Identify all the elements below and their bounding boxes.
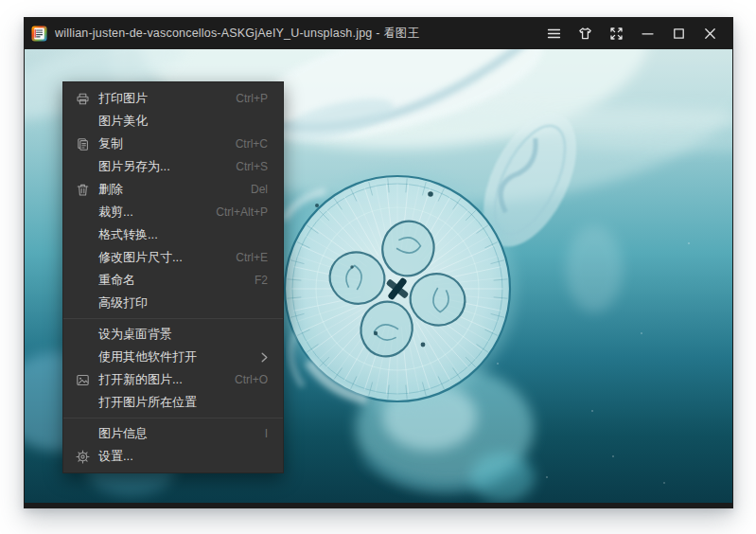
- maximize-button[interactable]: [663, 17, 694, 49]
- menu-item-label: 设为桌面背景: [98, 326, 268, 343]
- screenshot-root: { "titlebar": { "title": "willian-justen…: [0, 0, 756, 534]
- menu-item[interactable]: 图片另存为...Ctrl+S: [63, 155, 283, 178]
- menu-item-icon-spacer: [76, 350, 91, 365]
- app-icon: [31, 26, 47, 42]
- menu-item[interactable]: 裁剪...Ctrl+Alt+P: [63, 201, 283, 223]
- menu-item-label: 图片美化: [98, 113, 268, 130]
- menu-item-label: 打印图片: [98, 90, 224, 107]
- menu-item[interactable]: 图片信息I: [63, 422, 283, 445]
- menu-item[interactable]: 打印图片Ctrl+P: [63, 87, 283, 110]
- menu-item-shortcut: Del: [251, 183, 268, 196]
- menu-separator: [63, 318, 283, 319]
- menu-item-label: 高级打印: [98, 294, 268, 312]
- menu-item[interactable]: 设为桌面背景: [63, 323, 283, 346]
- image-icon: [76, 373, 91, 387]
- menu-item-icon-spacer: [76, 274, 91, 288]
- copy-icon: [76, 137, 91, 151]
- menu-item-shortcut: Ctrl+Alt+P: [216, 205, 268, 219]
- printer-icon: [76, 92, 91, 106]
- close-button[interactable]: [694, 17, 726, 49]
- menu-item-shortcut: F2: [255, 274, 268, 287]
- menu-item[interactable]: 设置...: [63, 445, 283, 468]
- menu-item-shortcut: I: [265, 427, 268, 440]
- skin-icon: [578, 27, 592, 41]
- menu-item-shortcut: Ctrl+C: [236, 137, 268, 151]
- menu-item-icon-spacer: [76, 160, 91, 174]
- close-icon: [703, 27, 717, 41]
- menu-item-label: 复制: [98, 135, 224, 152]
- menu-item[interactable]: 复制Ctrl+C: [63, 133, 283, 155]
- minimize-icon: [641, 27, 655, 41]
- menu-item-shortcut: Ctrl+P: [236, 92, 268, 105]
- menu-item-label: 使用其他软件打开: [98, 348, 250, 365]
- window-title: willian-justen-de-vasconcellos-ASKGjAeIY…: [55, 26, 538, 42]
- menu-item-label: 打开新的图片...: [98, 371, 223, 388]
- context-menu: 打印图片Ctrl+P图片美化复制Ctrl+C图片另存为...Ctrl+S删除De…: [62, 81, 284, 473]
- menu-item-icon-spacer: [76, 228, 91, 242]
- menu-item-label: 图片另存为...: [98, 158, 224, 175]
- menu-item-icon-spacer: [76, 251, 91, 265]
- menu-item-label: 格式转换...: [98, 226, 268, 243]
- menu-item-icon-spacer: [76, 296, 91, 311]
- gear-icon: [76, 450, 91, 464]
- menu-item[interactable]: 使用其他软件打开: [63, 346, 283, 368]
- menu-button[interactable]: [538, 17, 570, 49]
- fullscreen-icon: [609, 27, 624, 41]
- menu-item-icon-spacer: [76, 205, 91, 220]
- menu-item[interactable]: 修改图片尺寸...Ctrl+E: [63, 246, 283, 269]
- menu-item-icon-spacer: [76, 115, 91, 129]
- skin-button[interactable]: [570, 17, 601, 49]
- menu-item-label: 打开图片所在位置: [98, 394, 268, 411]
- menu-item-icon-spacer: [76, 328, 91, 342]
- menu-icon: [547, 27, 561, 41]
- submenu-arrow-icon: [261, 352, 268, 363]
- menu-item-label: 设置...: [98, 448, 268, 465]
- maximize-icon: [672, 27, 686, 41]
- menu-item[interactable]: 重命名F2: [63, 269, 283, 292]
- menu-item-label: 修改图片尺寸...: [98, 249, 224, 266]
- fullscreen-button[interactable]: [601, 17, 632, 49]
- menu-item[interactable]: 打开新的图片...Ctrl+O: [63, 368, 283, 391]
- menu-item-label: 裁剪...: [98, 204, 204, 221]
- menu-item-shortcut: Ctrl+E: [236, 251, 268, 264]
- menu-item-label: 图片信息: [98, 425, 254, 442]
- menu-item[interactable]: 高级打印: [63, 292, 283, 314]
- window-controls: [538, 17, 726, 49]
- menu-item[interactable]: 格式转换...: [63, 223, 283, 246]
- menu-item-icon-spacer: [76, 396, 91, 410]
- menu-item[interactable]: 打开图片所在位置: [63, 391, 283, 414]
- menu-item[interactable]: 删除Del: [63, 178, 283, 201]
- menu-item-icon-spacer: [76, 427, 91, 441]
- trash-icon: [76, 183, 91, 197]
- menu-item[interactable]: 图片美化: [63, 110, 283, 133]
- menu-item-label: 重命名: [98, 272, 243, 289]
- menu-item-shortcut: Ctrl+S: [236, 160, 268, 173]
- minimize-button[interactable]: [632, 17, 663, 49]
- menu-item-label: 删除: [98, 181, 239, 198]
- titlebar[interactable]: willian-justen-de-vasconcellos-ASKGjAeIY…: [24, 17, 733, 49]
- menu-separator: [63, 418, 283, 418]
- menu-item-shortcut: Ctrl+O: [235, 373, 268, 386]
